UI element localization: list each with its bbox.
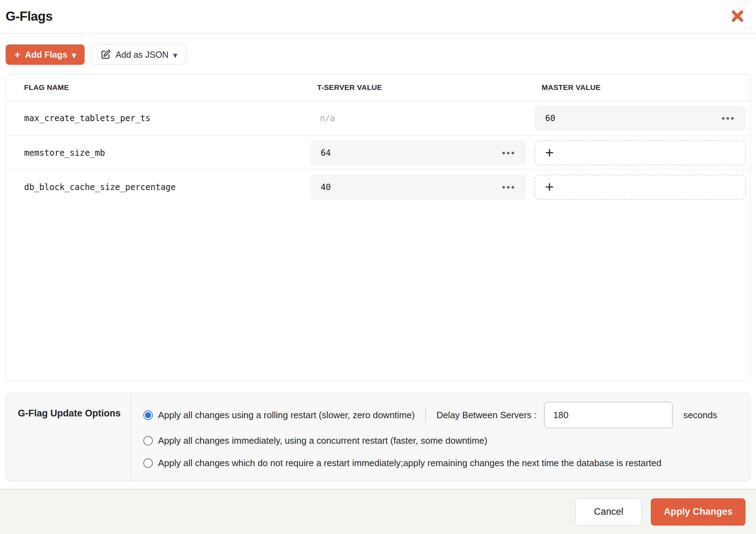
flags-table: FLAG NAME T-SERVER VALUE MASTER VALUE ma… <box>6 73 750 381</box>
options-radio-group: Apply all changes using a rolling restar… <box>131 393 750 481</box>
add-value-icon: + <box>545 180 554 195</box>
table-row: memstore_size_mb 64 ••• + <box>6 135 750 170</box>
radio-button-selected[interactable] <box>143 410 153 420</box>
tserver-value: 64 <box>321 148 331 158</box>
column-header-tserver-value: T-SERVER VALUE <box>310 83 526 92</box>
tserver-value: 40 <box>321 182 331 192</box>
add-flags-label: Add Flags <box>25 50 67 60</box>
add-master-value-button[interactable]: + <box>535 140 746 166</box>
more-options-icon[interactable]: ••• <box>502 148 516 157</box>
master-value-cell[interactable]: 60 ••• <box>535 106 746 131</box>
cancel-button[interactable]: Cancel <box>575 498 642 526</box>
more-options-icon[interactable]: ••• <box>722 114 735 123</box>
add-as-json-label: Add as JSON <box>115 50 168 60</box>
close-icon <box>730 9 745 24</box>
table-row: max_create_tablets_per_ts n/a 60 ••• <box>6 101 750 135</box>
master-value: 60 <box>545 113 555 123</box>
options-label-column: G-Flag Update Options <box>6 393 131 481</box>
flag-name: db_block_cache_size_percentage <box>24 182 302 192</box>
gflags-modal: G-Flags + Add Flags ▾ Add as JSON ▾ <box>0 0 756 534</box>
radio-button[interactable] <box>143 458 153 468</box>
close-button[interactable] <box>729 7 746 26</box>
toolbar: + Add Flags ▾ Add as JSON ▾ <box>6 44 750 65</box>
delay-between-servers-label: Delay Between Servers : <box>436 410 536 421</box>
column-header-flag-name: FLAG NAME <box>24 83 302 92</box>
table-header-row: FLAG NAME T-SERVER VALUE MASTER VALUE <box>6 74 750 101</box>
add-flags-button[interactable]: + Add Flags ▾ <box>6 44 85 65</box>
modal-header: G-Flags <box>0 0 756 34</box>
radio-option-concurrent-restart[interactable]: Apply all changes immediately, using a c… <box>143 430 742 451</box>
flag-name: max_create_tablets_per_ts <box>24 113 302 123</box>
caret-down-icon: ▾ <box>72 51 76 59</box>
delay-between-servers-input[interactable] <box>544 402 673 428</box>
edit-icon <box>100 49 111 60</box>
radio-label: Apply all changes immediately, using a c… <box>158 435 487 446</box>
radio-option-rolling-restart[interactable]: Apply all changes using a rolling restar… <box>143 400 742 430</box>
options-title: G-Flag Update Options <box>18 408 123 419</box>
radio-option-no-restart[interactable]: Apply all changes which do not require a… <box>143 451 742 475</box>
gflag-update-options-panel: G-Flag Update Options Apply all changes … <box>6 393 750 481</box>
more-options-icon[interactable]: ••• <box>502 183 516 192</box>
apply-changes-button[interactable]: Apply Changes <box>651 498 746 526</box>
add-as-json-button[interactable]: Add as JSON ▾ <box>92 44 186 65</box>
caret-down-icon: ▾ <box>173 51 177 59</box>
tserver-value-cell[interactable]: 40 ••• <box>310 175 526 200</box>
radio-label: Apply all changes which do not require a… <box>158 458 661 469</box>
add-value-icon: + <box>545 146 554 160</box>
radio-label: Apply all changes using a rolling restar… <box>158 410 415 421</box>
plus-icon: + <box>14 49 21 60</box>
tserver-value-cell[interactable]: 64 ••• <box>310 140 526 166</box>
flag-name: memstore_size_mb <box>24 148 302 158</box>
column-header-master-value: MASTER VALUE <box>535 83 746 92</box>
delay-unit-label: seconds <box>683 410 717 421</box>
modal-title: G-Flags <box>6 9 52 24</box>
vertical-divider <box>425 407 426 423</box>
add-master-value-button[interactable]: + <box>535 175 746 200</box>
tserver-value-na: n/a <box>310 113 526 123</box>
radio-button[interactable] <box>143 436 153 445</box>
table-row: db_block_cache_size_percentage 40 ••• + <box>6 170 750 204</box>
modal-footer: Cancel Apply Changes <box>0 489 756 534</box>
